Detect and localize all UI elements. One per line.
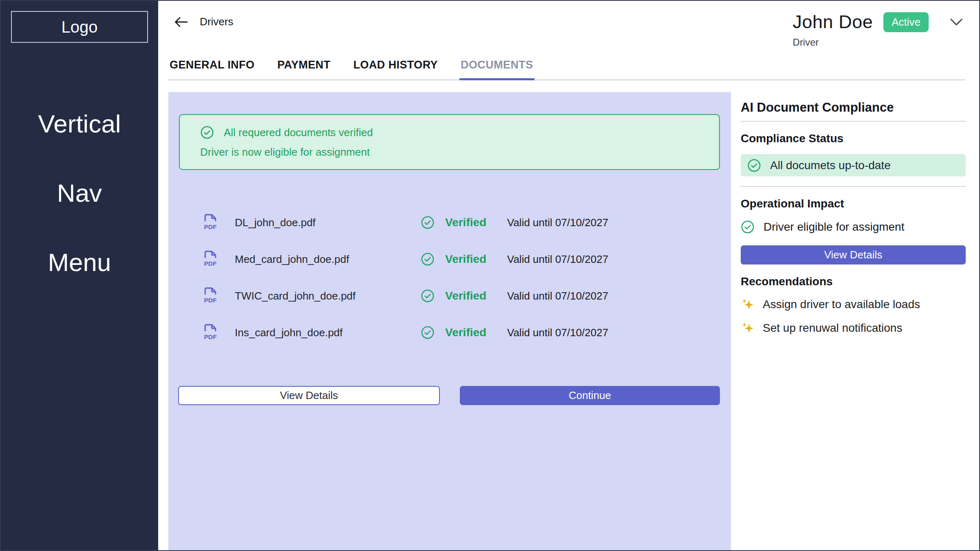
recommendations-heading: Recomendations — [741, 275, 966, 288]
verified-status: Verified — [421, 326, 507, 339]
pdf-file-icon: PDF — [202, 287, 235, 305]
valid-until: Valid until 07/10/2027 — [507, 326, 731, 339]
header-user-group: John Doe Active Driver — [793, 11, 963, 48]
document-filename: TWIC_card_john_doe.pdf — [235, 290, 421, 302]
banner-line1-row: All requered documents verified — [200, 126, 711, 139]
user-name-row: John Doe Active — [793, 11, 929, 33]
sidebar-item-vertical[interactable]: Vertical — [38, 110, 121, 138]
divider — [741, 121, 966, 121]
back-arrow-icon[interactable] — [174, 16, 188, 28]
sidebar-item-menu[interactable]: Menu — [48, 249, 111, 276]
documents-panel: All requered documents verified Driver i… — [168, 92, 731, 550]
valid-until: Valid until 07/10/2027 — [507, 290, 731, 302]
compliance-status-text: All documets up-to-date — [770, 159, 891, 172]
view-details-button[interactable]: View Details — [178, 386, 440, 405]
check-circle-icon — [421, 252, 435, 266]
tab-general-info[interactable]: GENERAL INFO — [168, 59, 256, 79]
status-badge: Active — [883, 12, 929, 32]
verified-status: Verified — [421, 252, 507, 266]
divider — [741, 186, 966, 187]
check-circle-icon — [421, 289, 435, 303]
recommendation-text: Assign driver to available loads — [763, 298, 920, 311]
operational-impact-heading: Operational Impact — [741, 197, 966, 210]
user-role: Driver — [793, 37, 929, 48]
main-area: Drivers John Doe Active Driver — [158, 1, 979, 550]
document-row[interactable]: PDF DL_john_doe.pdf Verified — [168, 204, 731, 241]
document-filename: DL_john_doe.pdf — [235, 216, 421, 229]
verified-label: Verified — [445, 289, 486, 302]
verified-label: Verified — [445, 216, 486, 229]
pdf-file-icon: PDF — [202, 213, 235, 232]
user-menu-toggle[interactable] — [950, 18, 963, 27]
sparkles-icon — [741, 321, 755, 335]
document-row[interactable]: PDF TWIC_card_john_doe.pdf Veri — [168, 278, 731, 314]
svg-text:PDF: PDF — [204, 223, 217, 230]
operational-impact-text: Driver eligible for assigment — [764, 220, 904, 234]
svg-text:PDF: PDF — [204, 297, 217, 304]
verification-success-banner: All requered documents verified Driver i… — [179, 114, 720, 170]
document-row[interactable]: PDF Med_card_john_doe.pdf Verif — [168, 241, 731, 278]
recommendation-item: Set up renuwal notifications — [741, 321, 966, 335]
chevron-down-icon — [950, 18, 963, 26]
verified-label: Verified — [445, 326, 486, 339]
banner-line1: All requered documents verified — [224, 126, 373, 139]
app-window: Logo Vertical Nav Menu Drivers John D — [0, 0, 980, 551]
continue-button[interactable]: Continue — [460, 386, 720, 405]
document-list: PDF DL_john_doe.pdf Verified — [168, 204, 731, 351]
sidebar-item-nav[interactable]: Nav — [57, 179, 102, 207]
document-filename: Ins_card_john_doe.pdf — [235, 326, 421, 339]
logo: Logo — [11, 11, 148, 43]
pdf-file-icon: PDF — [202, 323, 235, 342]
document-actions: View Details Continue — [178, 386, 720, 405]
check-circle-icon — [200, 126, 214, 139]
content: All requered documents verified Driver i… — [168, 92, 966, 550]
svg-text:PDF: PDF — [204, 333, 217, 340]
pdf-file-icon: PDF — [202, 250, 235, 269]
user-name: John Doe — [793, 11, 873, 33]
tab-documents[interactable]: DOCUMENTS — [459, 59, 534, 80]
sidebar: Logo Vertical Nav Menu — [1, 1, 158, 550]
svg-text:PDF: PDF — [204, 260, 217, 267]
tab-payment[interactable]: PAYMENT — [276, 59, 331, 79]
header: Drivers John Doe Active Driver — [158, 1, 979, 48]
document-row[interactable]: PDF Ins_card_john_doe.pdf Verif — [168, 314, 731, 351]
verified-status: Verified — [421, 216, 507, 229]
breadcrumb[interactable]: Drivers — [200, 15, 233, 28]
ai-view-details-button[interactable]: View Details — [741, 245, 966, 264]
valid-until: Valid until 07/10/2027 — [507, 253, 731, 266]
valid-until: Valid until 07/10/2027 — [507, 216, 731, 229]
ai-panel-title: AI Document Compliance — [741, 100, 966, 115]
sidebar-nav: Vertical Nav Menu — [1, 110, 158, 277]
header-breadcrumb-group: Drivers — [174, 15, 233, 28]
verified-label: Verified — [445, 253, 486, 266]
check-circle-icon — [421, 216, 435, 229]
user-block: John Doe Active Driver — [793, 11, 929, 48]
ai-compliance-panel: AI Document Compliance Compliance Status… — [731, 92, 966, 550]
recommendation-item: Assign driver to available loads — [741, 297, 966, 312]
recommendation-text: Set up renuwal notifications — [763, 322, 902, 335]
compliance-status-heading: Compliance Status — [741, 132, 966, 145]
operational-impact-row: Driver eligible for assigment — [741, 220, 966, 234]
compliance-status-pill: All documets up-to-date — [741, 154, 966, 176]
verified-status: Verified — [421, 289, 507, 303]
sparkles-icon — [741, 297, 755, 312]
check-circle-icon — [741, 220, 755, 234]
tab-bar: GENERAL INFO PAYMENT LOAD HISTORY DOCUME… — [168, 59, 966, 80]
tab-load-history[interactable]: LOAD HISTORY — [352, 59, 439, 79]
check-circle-icon — [747, 159, 761, 172]
check-circle-icon — [421, 326, 435, 339]
banner-line2: Driver is now eligible for assignment — [200, 146, 711, 159]
document-filename: Med_card_john_doe.pdf — [235, 253, 421, 266]
